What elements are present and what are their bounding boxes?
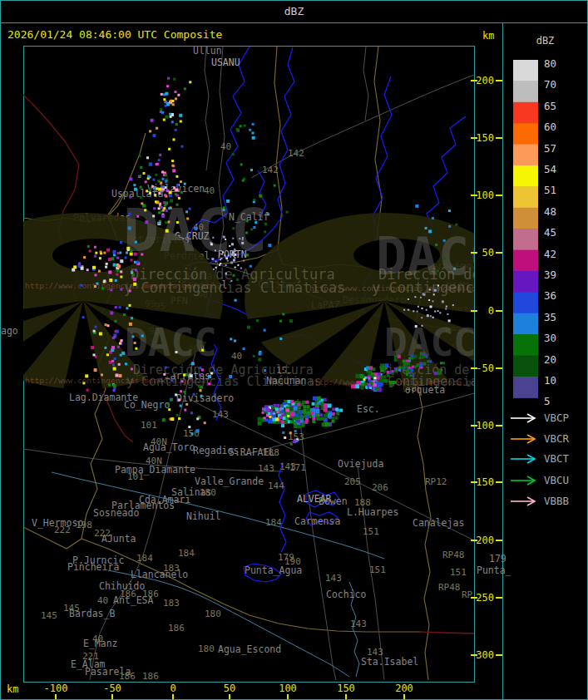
colorbar-title: dBZ (505, 35, 586, 47)
x-axis-unit-label: km (7, 683, 18, 695)
panel-divider (502, 22, 503, 700)
y-axis-unit-label: km (482, 30, 494, 42)
timestamp-label: 2026/01/24 08:46:00 UTC Composite (7, 28, 222, 41)
page-title: dBZ (0, 5, 588, 17)
radar-composite-app: dBZ 2026/01/24 08:46:00 UTC Composite km… (0, 0, 588, 700)
map-border (23, 46, 475, 683)
title-bar: dBZ (0, 0, 588, 23)
